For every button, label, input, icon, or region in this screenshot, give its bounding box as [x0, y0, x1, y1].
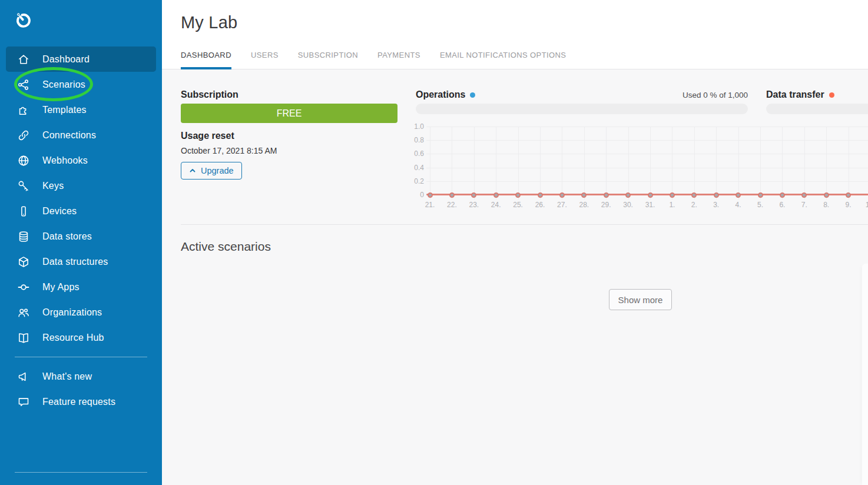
chart-y-tick-label: 0: [397, 191, 424, 199]
chart-gridline-v: [826, 127, 827, 200]
chart-x-tick-label: 9.: [839, 201, 859, 209]
power-icon: [14, 11, 34, 31]
sidebar-item-connections[interactable]: Connections: [6, 122, 156, 148]
data-transfer-legend-dot: [829, 92, 834, 98]
chart-x-tick-label: 1.: [662, 201, 682, 209]
chart-data-point: [625, 192, 631, 198]
sidebar-item-label: Organizations: [42, 307, 102, 318]
page-title: My Lab: [181, 13, 237, 32]
plan-badge: FREE: [181, 104, 397, 123]
sidebar-item-data-structures[interactable]: Data structures: [6, 249, 156, 274]
sidebar-bottom-divider: [15, 472, 147, 473]
chart-x-tick-label: 2.: [684, 201, 704, 209]
sidebar-item-label: Dashboard: [42, 54, 90, 65]
sidebar-primary-group: DashboardScenariosTemplatesConnectionsWe…: [6, 46, 156, 350]
chart-gridline-h: [426, 140, 868, 141]
tab-bar: DASHBOARDUSERSSUBSCRIPTIONPAYMENTSEMAIL …: [181, 51, 566, 69]
upgrade-button[interactable]: Upgrade: [181, 162, 242, 180]
chart-data-point: [824, 192, 829, 198]
chart-x-tick-label: 28.: [574, 201, 594, 209]
chart-x-tick-label: 25.: [508, 201, 528, 209]
chart-data-point: [758, 192, 763, 198]
chart-data-point: [493, 192, 499, 198]
adjacent-panel-edge: [862, 264, 868, 485]
chart-gridline-v: [584, 127, 585, 200]
subscription-heading: Subscription: [181, 89, 238, 100]
show-more-button[interactable]: Show more: [609, 289, 672, 310]
chart-gridline-v: [760, 127, 761, 200]
megaphone-icon: [17, 370, 30, 383]
make-logo[interactable]: [14, 11, 34, 31]
puzzle-icon: [17, 104, 30, 117]
chart-x-tick-label: 31.: [640, 201, 660, 209]
chart-gridline-v: [738, 127, 739, 200]
chart-data-point: [846, 192, 851, 198]
tab-payments[interactable]: PAYMENTS: [377, 51, 420, 69]
chart-x-tick-label: 22.: [442, 201, 462, 209]
chart-data-point: [736, 192, 741, 198]
chart-gridline-h: [426, 168, 868, 168]
chart-y-tick-label: 0.6: [397, 150, 424, 158]
operations-progress-bar: [416, 104, 748, 114]
sidebar: DashboardScenariosTemplatesConnectionsWe…: [0, 0, 162, 485]
active-scenarios-title: Active scenarios: [181, 240, 271, 254]
tab-users[interactable]: USERS: [251, 51, 279, 69]
sidebar-item-resource-hub[interactable]: Resource Hub: [6, 325, 156, 350]
sidebar-item-keys[interactable]: Keys: [6, 173, 156, 198]
chart-y-tick-label: 0.2: [397, 177, 424, 185]
chat-bubble-icon: [17, 396, 30, 408]
sidebar-item-organizations[interactable]: Organizations: [6, 300, 156, 325]
scenarios-icon: [17, 78, 30, 91]
data-transfer-progress-bar: [766, 104, 868, 114]
chart-gridline-v: [496, 127, 496, 200]
sidebar-item-my-apps[interactable]: My Apps: [6, 274, 156, 300]
sidebar-item-label: Connections: [42, 130, 96, 141]
sidebar-item-whats-new[interactable]: What's new: [6, 364, 156, 389]
chart-data-point: [428, 192, 433, 198]
data-transfer-panel-header: Data transfer: [766, 89, 868, 100]
chart-gridline-v: [782, 127, 783, 200]
sidebar-item-devices[interactable]: Devices: [6, 198, 156, 224]
chart-x-tick-label: 23.: [464, 201, 484, 209]
chart-x-tick-label: 26.: [530, 201, 550, 209]
tab-email-notifications-options[interactable]: EMAIL NOTIFICATIONS OPTIONS: [440, 51, 566, 69]
chart-data-point: [604, 192, 609, 198]
dashboard-content: Subscription FREE Usage reset October 17…: [162, 69, 868, 485]
globe-icon: [17, 154, 30, 167]
chart-gridline-v: [606, 127, 607, 200]
sidebar-item-label: Webhooks: [42, 155, 88, 166]
chart-gridline-v: [562, 127, 562, 200]
sidebar-item-scenarios[interactable]: Scenarios: [6, 72, 156, 97]
usage-chart: 21.22.23.24.25.26.27.28.29.30.31.1.2.3.4…: [426, 127, 868, 221]
chart-gridline-v: [804, 127, 805, 200]
chart-data-point: [648, 192, 653, 198]
chart-gridline-v: [518, 127, 519, 200]
sidebar-nav: DashboardScenariosTemplatesConnectionsWe…: [6, 46, 156, 414]
sidebar-item-dashboard[interactable]: Dashboard: [6, 46, 156, 72]
chart-data-point: [449, 192, 455, 198]
sidebar-item-feature-requests[interactable]: Feature requests: [6, 389, 156, 414]
tab-subscription[interactable]: SUBSCRIPTION: [298, 51, 358, 69]
link-icon: [17, 129, 30, 142]
sidebar-item-label: Resource Hub: [42, 333, 104, 343]
chart-gridline-v: [849, 127, 849, 200]
chart-y-tick-label: 0.4: [397, 164, 424, 172]
chart-gridline-h: [426, 127, 868, 127]
key-icon: [17, 180, 30, 192]
chart-data-point: [515, 192, 521, 198]
chart-x-tick-label: 27.: [552, 201, 572, 209]
upgrade-button-label: Upgrade: [201, 166, 234, 175]
chart-gridline-h: [426, 154, 868, 154]
sidebar-item-label: Scenarios: [42, 79, 85, 90]
sidebar-item-label: Feature requests: [42, 397, 115, 407]
tab-dashboard[interactable]: DASHBOARD: [181, 51, 231, 69]
sidebar-item-webhooks[interactable]: Webhooks: [6, 148, 156, 173]
chart-x-tick-label: 10.: [860, 201, 868, 209]
section-divider: [181, 224, 868, 225]
cube-icon: [17, 255, 30, 268]
sidebar-item-templates[interactable]: Templates: [6, 97, 156, 122]
chart-data-point: [559, 192, 565, 198]
sidebar-item-data-stores[interactable]: Data stores: [6, 224, 156, 249]
chart-data-point: [801, 192, 807, 198]
data-transfer-title: Data transfer: [766, 89, 824, 100]
